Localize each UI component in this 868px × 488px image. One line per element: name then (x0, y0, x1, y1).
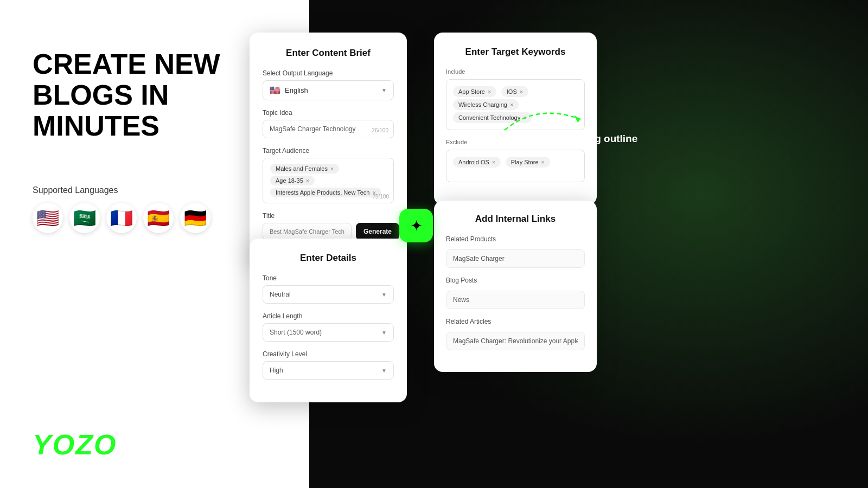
language-value: English (285, 86, 308, 94)
kw-tag-convenient: Convenient Technology × (453, 112, 532, 123)
include-group: Include App Store × IOS × Wireless Charg… (446, 68, 585, 130)
creativity-arrow-icon: ▼ (381, 368, 387, 374)
cards-area: Enter Content Brief Select Output Langua… (206, 0, 868, 488)
kw-tag-wireless-remove[interactable]: × (510, 101, 513, 108)
generate-outline-label: Generate blog outline (532, 133, 637, 145)
audience-tag-0: Males and Females × (270, 164, 339, 174)
audience-char-count: 75/100 (372, 194, 389, 200)
sparkle-icon: ✦ (410, 217, 423, 235)
length-select[interactable]: Short (1500 word) ▼ (263, 323, 394, 342)
blog-posts-label: Blog Posts (446, 277, 585, 284)
language-label: Select Output Language (263, 69, 394, 77)
blog-posts-group: Blog Posts (446, 277, 585, 309)
audience-tag-0-remove[interactable]: × (330, 165, 334, 172)
audience-group: Target Audience Males and Females × Age … (263, 147, 394, 203)
audience-label: Target Audience (263, 147, 394, 155)
language-select[interactable]: 🇺🇸 English ▼ (263, 80, 394, 100)
kw-tag-android: Android OS × (453, 157, 501, 168)
kw-tag-appstore-remove[interactable]: × (488, 88, 491, 95)
keywords-card-title: Enter Target Keywords (446, 47, 585, 57)
exclude-tags-box[interactable]: Android OS × Play Store × (446, 150, 585, 182)
include-label: Include (446, 68, 585, 75)
length-label: Article Length (263, 312, 394, 320)
creativity-group: Creativity Level High ▼ (263, 350, 394, 380)
tone-label: Tone (263, 274, 394, 282)
brief-card-title: Enter Content Brief (263, 48, 394, 59)
links-card-title: Add Internal Links (446, 214, 585, 224)
kw-tag-ios-remove[interactable]: × (520, 88, 523, 95)
content-brief-card: Enter Content Brief Select Output Langua… (250, 33, 407, 264)
audience-tag-2: Interests Apple Products, New Tech × (270, 188, 381, 197)
kw-tag-wireless: Wireless Charging × (453, 99, 519, 110)
creativity-label: Creativity Level (263, 350, 394, 358)
kw-tag-playstore: Play Store × (506, 157, 550, 168)
length-value: Short (1500 word) (270, 329, 322, 336)
details-card: Enter Details Tone Neutral ▼ Article Len… (250, 239, 407, 402)
include-tags-box[interactable]: App Store × IOS × Wireless Charging × Co… (446, 79, 585, 130)
related-articles-input[interactable] (446, 332, 585, 350)
title-row: Generate (263, 223, 394, 240)
generate-button[interactable]: Generate (356, 223, 399, 240)
audience-tags-container[interactable]: Males and Females × Age 18-35 × Interest… (263, 158, 394, 203)
related-products-group: Related Products (446, 235, 585, 268)
topic-input-wrap: 26/100 (263, 120, 394, 138)
creativity-value: High (270, 367, 283, 374)
creativity-select[interactable]: High ▼ (263, 361, 394, 380)
keywords-card: Enter Target Keywords Include App Store … (434, 33, 597, 205)
flag-us: 🇺🇸 (33, 203, 63, 233)
related-products-input[interactable] (446, 249, 585, 268)
flag-es: 🇪🇸 (143, 203, 174, 233)
tone-group: Tone Neutral ▼ (263, 274, 394, 304)
related-products-label: Related Products (446, 235, 585, 243)
audience-tag-1: Age 18-35 × (270, 176, 315, 185)
language-arrow-icon: ▼ (381, 87, 387, 93)
related-articles-label: Related Articles (446, 318, 585, 325)
sparkle-button[interactable]: ✦ (399, 209, 433, 242)
related-articles-group: Related Articles (446, 318, 585, 350)
blog-posts-input[interactable] (446, 291, 585, 309)
title-label: Title (263, 212, 394, 220)
kw-tag-convenient-remove[interactable]: × (523, 114, 526, 121)
topic-char-count: 26/100 (372, 127, 388, 133)
title-input[interactable] (263, 223, 352, 240)
topic-label: Topic Idea (263, 109, 394, 117)
exclude-group: Exclude Android OS × Play Store × (446, 139, 585, 182)
flag-fr: 🇫🇷 (106, 203, 137, 233)
audience-tag-1-remove[interactable]: × (306, 177, 309, 184)
topic-group: Topic Idea 26/100 (263, 109, 394, 138)
tone-select[interactable]: Neutral ▼ (263, 285, 394, 304)
title-group: Title Generate (263, 212, 394, 240)
kw-tag-android-remove[interactable]: × (492, 159, 495, 165)
language-flag: 🇺🇸 (270, 85, 280, 95)
language-group: Select Output Language 🇺🇸 English ▼ (263, 69, 394, 100)
links-card: Add Internal Links Related Products Blog… (434, 201, 597, 372)
length-arrow-icon: ▼ (381, 330, 387, 336)
logo: YOZO (33, 428, 117, 461)
length-group: Article Length Short (1500 word) ▼ (263, 312, 394, 342)
tone-arrow-icon: ▼ (381, 292, 387, 298)
kw-tag-ios: IOS × (501, 86, 528, 97)
flag-sa: 🇸🇦 (69, 203, 100, 233)
kw-tag-playstore-remove[interactable]: × (541, 159, 545, 165)
kw-tag-appstore: App Store × (453, 86, 496, 97)
tone-value: Neutral (270, 291, 291, 298)
details-card-title: Enter Details (263, 253, 394, 264)
